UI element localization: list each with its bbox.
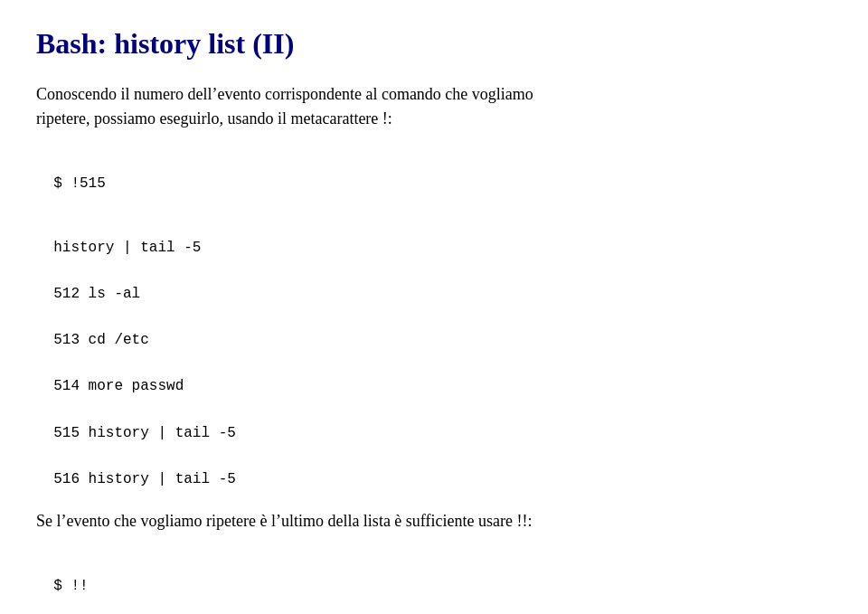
code-line-1-1: 512 ls -al <box>36 286 140 302</box>
prompt2: $ !! <box>53 578 88 594</box>
code-block-1: history | tail -5 512 ls -al 513 cd /etc… <box>36 213 832 491</box>
code-line-1-2: 513 cd /etc <box>36 332 149 348</box>
code-line-1-3: 514 more passwd <box>36 378 184 394</box>
first-code-section: $ !515 <box>36 149 832 195</box>
command1: history | tail -5 <box>53 240 201 256</box>
description-line1: Conoscendo il numero dell’evento corrisp… <box>36 85 533 103</box>
description-line2: ripetere, possiamo eseguirlo, usando il … <box>36 109 392 128</box>
code-line-1-5: 516 history | tail -5 <box>36 471 236 487</box>
page-title: Bash: history list (II) <box>36 27 832 61</box>
description-text: Conoscendo il numero dell’evento corrisp… <box>36 82 832 131</box>
second-prompt-section: $ !! <box>36 552 832 598</box>
middle-text: Se l’evento che vogliamo ripetere è l’ul… <box>36 509 832 534</box>
prompt1: $ !515 <box>53 175 106 192</box>
code-line-1-4: 515 history | tail -5 <box>36 425 236 441</box>
